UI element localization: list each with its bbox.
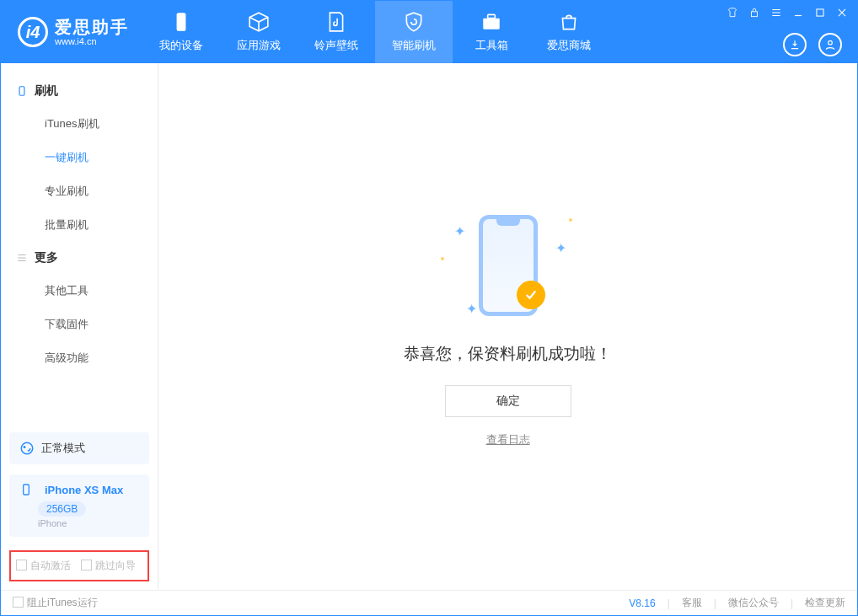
mode-card[interactable]: 正常模式 [9, 432, 149, 464]
svg-rect-1 [483, 19, 500, 29]
sidebar-item-other-tools[interactable]: 其他工具 [1, 274, 158, 308]
sidebar-group-more: 更多 [1, 242, 158, 274]
dot-icon [441, 257, 444, 260]
wechat-link[interactable]: 微信公众号 [728, 596, 779, 610]
ok-button[interactable]: 确定 [445, 385, 571, 417]
phone-small-icon [16, 85, 28, 97]
close-button[interactable] [835, 6, 849, 19]
sidebar-item-advanced[interactable]: 高级功能 [1, 341, 158, 375]
version-label: V8.16 [629, 597, 655, 609]
dot-icon [569, 218, 572, 222]
sparkle-icon: ✦ [555, 240, 562, 247]
tab-store[interactable]: 爱思商城 [530, 1, 608, 63]
mode-icon [19, 441, 35, 456]
maximize-button[interactable] [813, 6, 827, 19]
bag-icon [558, 11, 580, 33]
tshirt-icon[interactable] [726, 6, 739, 19]
status-bar: 阻止iTunes运行 V8.16 | 客服 | 微信公众号 | 检查更新 [1, 590, 857, 615]
svg-point-5 [829, 40, 833, 45]
mode-label: 正常模式 [41, 441, 85, 456]
svg-rect-0 [177, 13, 186, 31]
svg-rect-9 [24, 485, 29, 495]
checkbox-skip-guide[interactable]: 跳过向导 [81, 559, 136, 573]
device-card[interactable]: iPhone XS Max 256GB iPhone [9, 474, 149, 537]
title-bar: i4 爱思助手 www.i4.cn 我的设备 应用游戏 铃声壁纸 智能刷机 工具… [1, 1, 857, 63]
checkbox-auto-activate[interactable]: 自动激活 [16, 559, 71, 573]
toolbox-icon [480, 11, 502, 33]
svg-rect-6 [19, 87, 24, 96]
logo-icon: i4 [18, 17, 48, 47]
tab-toolbox[interactable]: 工具箱 [453, 1, 530, 63]
checkbox-block-itunes[interactable]: 阻止iTunes运行 [13, 596, 98, 610]
main-tabs: 我的设备 应用游戏 铃声壁纸 智能刷机 工具箱 爱思商城 [142, 1, 608, 63]
sparkle-icon: ✦ [466, 301, 473, 308]
sparkle-icon: ✦ [454, 223, 461, 230]
app-logo: i4 爱思助手 www.i4.cn [1, 17, 142, 47]
app-name: 爱思助手 [55, 18, 129, 36]
sidebar-item-download-firmware[interactable]: 下载固件 [1, 308, 158, 341]
sidebar-item-batch-flash[interactable]: 批量刷机 [1, 208, 158, 242]
app-url: www.i4.cn [55, 36, 129, 46]
minimize-button[interactable] [791, 6, 805, 19]
svg-rect-3 [752, 12, 758, 17]
user-button[interactable] [818, 33, 842, 56]
download-button[interactable] [783, 33, 807, 56]
success-illustration: ✦ ✦ ✦ [432, 206, 584, 324]
tab-smart-flash[interactable]: 智能刷机 [375, 1, 453, 63]
list-icon [16, 252, 28, 264]
cube-icon [248, 11, 270, 33]
lock-icon[interactable] [748, 6, 761, 19]
main-content: ✦ ✦ ✦ 恭喜您，保资料刷机成功啦！ 确定 查看日志 [158, 63, 857, 590]
svg-rect-4 [817, 9, 823, 16]
device-type: iPhone [38, 518, 67, 528]
sidebar-item-pro-flash[interactable]: 专业刷机 [1, 174, 158, 208]
phone-icon [170, 11, 192, 33]
view-log-link[interactable]: 查看日志 [486, 432, 530, 447]
support-link[interactable]: 客服 [682, 596, 702, 610]
check-badge-icon [517, 281, 545, 309]
menu-icon[interactable] [770, 6, 783, 19]
device-icon [19, 483, 33, 496]
check-update-link[interactable]: 检查更新 [805, 596, 845, 610]
tab-apps-games[interactable]: 应用游戏 [220, 1, 298, 63]
window-controls [726, 6, 849, 19]
device-storage-badge: 256GB [38, 501, 86, 517]
svg-point-8 [24, 446, 26, 448]
device-name: iPhone XS Max [45, 484, 123, 496]
header-right-buttons [783, 33, 842, 56]
sidebar-item-oneclick-flash[interactable]: 一键刷机 [1, 141, 158, 174]
svg-point-7 [21, 442, 33, 454]
shield-refresh-icon [403, 11, 425, 33]
options-box: 自动激活 跳过向导 [9, 550, 149, 581]
sidebar: 刷机 iTunes刷机 一键刷机 专业刷机 批量刷机 更多 其他工具 下载固件 … [1, 63, 158, 590]
sidebar-item-itunes-flash[interactable]: iTunes刷机 [1, 107, 158, 141]
music-file-icon [325, 11, 347, 33]
tab-my-device[interactable]: 我的设备 [142, 1, 220, 63]
tab-ringtones-wallpapers[interactable]: 铃声壁纸 [298, 1, 375, 63]
svg-rect-2 [488, 14, 496, 18]
success-message: 恭喜您，保资料刷机成功啦！ [404, 343, 612, 365]
sidebar-group-flash: 刷机 [1, 75, 158, 107]
